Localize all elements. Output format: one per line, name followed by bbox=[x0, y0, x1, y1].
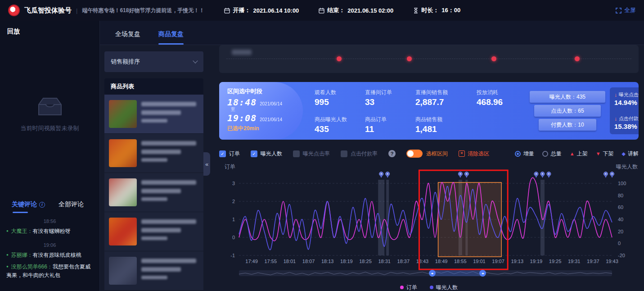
legend-dot-orders bbox=[400, 286, 404, 289]
event-dot[interactable] bbox=[407, 56, 412, 61]
legend-explain[interactable]: ◆讲解 bbox=[622, 150, 639, 158]
sort-dropdown[interactable]: 销售额排序 bbox=[104, 51, 203, 72]
live-session-subtitle: 端午特惠专场！618好物节浮力提前送，手慢无！！ bbox=[82, 7, 204, 14]
checkbox-checked-icon: ✓ bbox=[219, 150, 226, 157]
top-chart-strip[interactable] bbox=[219, 45, 639, 73]
brush-handle-right[interactable]: ◂▸ bbox=[479, 270, 486, 277]
comment-timestamp: 18:56 bbox=[0, 218, 99, 224]
brush-selected-range[interactable] bbox=[432, 270, 482, 276]
metric-product-impressions: 商品曝光人数435 bbox=[315, 116, 365, 134]
video-placeholder: 当前时间视频暂未录制 bbox=[0, 40, 99, 189]
map-pin-icon[interactable] bbox=[379, 172, 383, 178]
event-dot[interactable] bbox=[491, 56, 496, 61]
map-pin-icon[interactable] bbox=[610, 172, 614, 178]
app-title: 飞瓜智投体验号 bbox=[24, 6, 72, 15]
map-pin-icon[interactable] bbox=[534, 172, 538, 178]
comment-tabs: 关键评论 i 全部评论 bbox=[0, 189, 99, 213]
svg-text:18:01: 18:01 bbox=[284, 259, 296, 264]
checkbox-unchecked-icon bbox=[293, 150, 300, 157]
radio-increment[interactable]: 增量 bbox=[515, 150, 534, 158]
product-list-item[interactable] bbox=[104, 134, 203, 173]
toggle-knob bbox=[407, 150, 414, 157]
end-label: 结束： bbox=[327, 6, 345, 14]
map-pin-icon[interactable] bbox=[547, 172, 551, 178]
diamond-icon: ◆ bbox=[622, 151, 626, 157]
svg-text:18:19: 18:19 bbox=[340, 259, 353, 264]
checkbox-orders[interactable]: ✓订单 bbox=[219, 150, 240, 158]
product-thumbnail bbox=[109, 218, 137, 246]
chart-canvas[interactable]: 3210-1100806040200-2017:4917:5518:0118:0… bbox=[219, 168, 639, 273]
legend-item-orders[interactable]: 订单 bbox=[400, 284, 417, 291]
comment-timestamp: 19:06 bbox=[0, 242, 99, 248]
tab-product-review[interactable]: 商品复盘 bbox=[158, 30, 184, 45]
comment-item[interactable]: ●苏丽娜：有没有原味纸皮核桃 bbox=[0, 249, 99, 261]
legend-explain-label: 讲解 bbox=[628, 150, 639, 158]
product-list-item[interactable] bbox=[104, 95, 203, 134]
conversion-funnel: 曝光人数：435 点击人数：65 付费人数：10 ↓曝光点击率 14.94% ↓… bbox=[530, 82, 639, 140]
tab-all-comments[interactable]: 全部评论 bbox=[59, 200, 84, 213]
map-pin-icon[interactable] bbox=[464, 172, 468, 178]
info-icon[interactable]: i bbox=[39, 202, 45, 208]
time-brush-scrollbar[interactable]: ◂▸ ◂▸ bbox=[239, 270, 612, 276]
checkbox-ctr[interactable]: 曝光点击率 bbox=[293, 150, 330, 158]
tab-full-review[interactable]: 全场复盘 bbox=[115, 30, 140, 45]
comment-item[interactable]: ●大魔王：有没有螺蛳粉呀 bbox=[0, 225, 99, 237]
legend-listed[interactable]: ▲上架 bbox=[570, 150, 588, 158]
product-list-item[interactable] bbox=[104, 251, 203, 291]
help-icon[interactable]: ? bbox=[388, 150, 396, 157]
comment-list: 18:56 ●大魔王：有没有螺蛳粉呀 19:06 ●苏丽娜：有没有原味纸皮核桃 … bbox=[0, 218, 99, 281]
checkbox-impressions[interactable]: ✓曝光人数 bbox=[251, 150, 282, 158]
product-list-item[interactable] bbox=[104, 173, 203, 212]
map-pin-icon[interactable] bbox=[386, 172, 390, 178]
svg-text:17:49: 17:49 bbox=[245, 259, 258, 264]
funnel-bar-impressions: 曝光人数：435 bbox=[530, 91, 605, 103]
box-select-toggle[interactable]: 选框区间 bbox=[406, 150, 448, 158]
radio-total[interactable]: 总量 bbox=[542, 150, 562, 158]
map-pin-icon[interactable] bbox=[603, 172, 608, 178]
collapse-panel-button[interactable]: « bbox=[203, 152, 210, 176]
selection-inner-box bbox=[438, 182, 502, 257]
product-list-item[interactable] bbox=[104, 212, 203, 251]
down-arrow-icon: ↓ bbox=[614, 116, 617, 122]
top-header-bar: 飞瓜智投体验号 | 端午特惠专场！618好物节浮力提前送，手慢无！！ 开播：20… bbox=[0, 0, 644, 21]
period-end-time: 19:08 bbox=[227, 113, 257, 123]
comment-text: 有没有原味纸皮核桃 bbox=[33, 252, 81, 258]
legend-delisted[interactable]: ▼下架 bbox=[596, 150, 614, 158]
comment-item[interactable]: ●没那么简单666：我想要包含夏威夷果，和牛肉的大礼包 bbox=[0, 260, 99, 281]
event-dot[interactable] bbox=[337, 56, 342, 61]
empty-box-icon bbox=[37, 96, 63, 117]
svg-text:19:43: 19:43 bbox=[606, 259, 618, 264]
funnel-rates: ↓曝光点击率 14.94% ↓点击付款率 15.38% bbox=[610, 87, 639, 134]
clear-selection-button[interactable]: ✕ 清除选区 bbox=[459, 150, 489, 158]
brush-handle-left[interactable]: ◂▸ bbox=[429, 270, 436, 277]
comment-author: 苏丽娜： bbox=[11, 252, 33, 258]
toggle-switch[interactable] bbox=[406, 150, 423, 158]
svg-text:18:25: 18:25 bbox=[359, 259, 372, 264]
svg-text:18:31: 18:31 bbox=[378, 259, 391, 264]
map-pin-icon[interactable] bbox=[540, 172, 545, 178]
product-blurred-text bbox=[141, 139, 199, 167]
map-pin-icon[interactable] bbox=[458, 172, 462, 178]
metric-product-orders: 商品订单11 bbox=[365, 116, 415, 134]
legend-item-impressions[interactable]: 曝光人数 bbox=[430, 284, 458, 291]
radio-increment-label: 增量 bbox=[523, 150, 534, 158]
product-blurred-text bbox=[141, 257, 199, 285]
tab-key-comments[interactable]: 关键评论 i bbox=[12, 200, 45, 213]
trend-chart[interactable]: 订单 曝光人数 3210-1100806040200-2017:4917:551… bbox=[219, 161, 639, 291]
calendar-icon bbox=[319, 8, 324, 14]
selected-range-stats-card: 区间选中时段 18:482021/06/14 至 19:082021/06/14… bbox=[219, 82, 639, 140]
svg-text:20: 20 bbox=[618, 229, 623, 234]
checkbox-payment-rate[interactable]: 点击付款率 bbox=[341, 150, 378, 158]
metric-product-sales: 商品销售额1,481 bbox=[415, 116, 477, 134]
event-dot[interactable] bbox=[575, 56, 580, 61]
funnel-bar-clicks: 点击人数：65 bbox=[534, 105, 601, 117]
fullscreen-button[interactable]: 全屏 bbox=[616, 6, 636, 14]
svg-text:18:43: 18:43 bbox=[416, 259, 429, 264]
legend-listed-label: 上架 bbox=[577, 150, 588, 158]
down-arrow-icon: ↓ bbox=[614, 92, 617, 98]
tab-all-comments-label: 全部评论 bbox=[59, 200, 84, 209]
comment-text: 有没有螺蛳粉呀 bbox=[33, 228, 71, 234]
chart-mode-controls: 增量 总量 ▲上架 ▼下架 ◆讲解 bbox=[515, 150, 639, 158]
product-blurred-text bbox=[141, 100, 199, 128]
svg-text:80: 80 bbox=[618, 193, 623, 198]
